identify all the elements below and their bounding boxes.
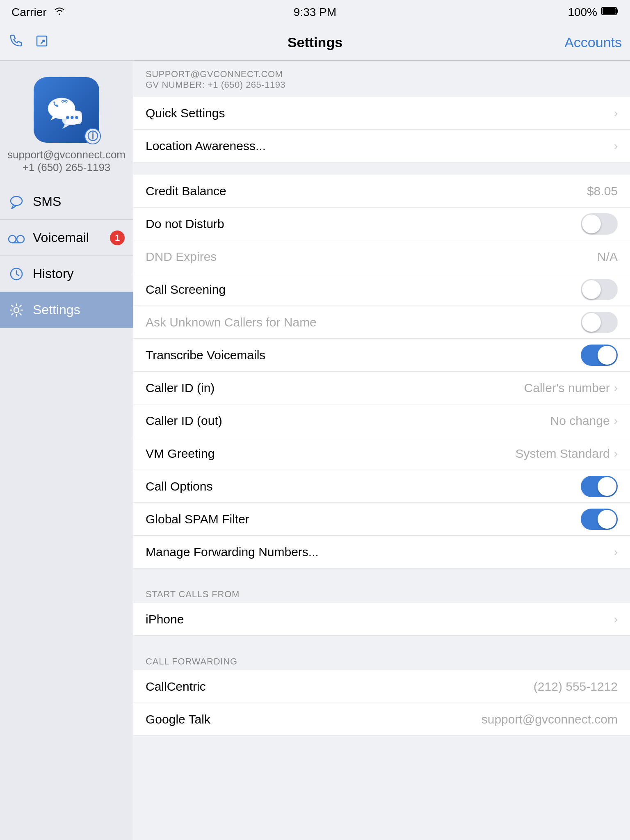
callcentric-value: (212) 555-1212 xyxy=(534,680,618,694)
callcentric-row: CallCentric (212) 555-1212 xyxy=(133,670,630,703)
google-talk-row: Google Talk support@gvconnect.com xyxy=(133,703,630,736)
divider-2 xyxy=(133,568,630,581)
account-phone: +1 (650) 265-1193 xyxy=(23,161,111,174)
ask-unknown-knob xyxy=(582,313,601,332)
battery-label: 100% xyxy=(568,6,597,19)
credit-balance-value: $8.05 xyxy=(587,184,618,198)
svg-point-8 xyxy=(75,116,78,119)
transcribe-voicemails-toggle[interactable] xyxy=(581,345,618,366)
manage-forwarding-value: › xyxy=(614,546,618,559)
caller-id-out-chevron: › xyxy=(614,414,618,427)
sidebar-item-voicemail[interactable]: Voicemail 1 xyxy=(0,220,133,256)
start-calls-header: START CALLS FROM xyxy=(133,581,630,603)
transcribe-voicemails-row[interactable]: Transcribe Voicemails xyxy=(133,339,630,372)
dnd-expires-value: N/A xyxy=(597,250,618,264)
global-spam-row[interactable]: Global SPAM Filter xyxy=(133,503,630,536)
account-section: ⓘ support@gvconnect.com +1 (650) 265-119… xyxy=(0,61,133,184)
account-info-section: SUPPORT@GVCONNECT.COM GV NUMBER: +1 (650… xyxy=(133,61,630,97)
global-spam-knob xyxy=(598,510,616,529)
wifi-icon xyxy=(53,6,66,19)
divider-3 xyxy=(133,636,630,648)
caller-id-in-label: Caller ID (in) xyxy=(146,381,215,395)
svg-point-10 xyxy=(9,235,16,243)
global-spam-label: Global SPAM Filter xyxy=(146,512,249,526)
quick-settings-value: › xyxy=(614,107,618,120)
iphone-row[interactable]: iPhone › xyxy=(133,603,630,636)
iphone-label: iPhone xyxy=(146,612,184,626)
do-not-disturb-label: Do not Disturb xyxy=(146,217,224,231)
account-info-gv: GV NUMBER: +1 (650) 265-1193 xyxy=(146,80,618,90)
settings-icon xyxy=(8,302,25,318)
ask-unknown-row[interactable]: Ask Unknown Callers for Name xyxy=(133,306,630,339)
manage-forwarding-chevron: › xyxy=(614,546,618,559)
voicemail-label: Voicemail xyxy=(33,230,89,245)
accounts-button[interactable]: Accounts xyxy=(497,34,630,50)
ask-unknown-toggle[interactable] xyxy=(581,312,618,333)
info-badge[interactable]: ⓘ xyxy=(84,128,101,144)
start-calls-group: iPhone › xyxy=(133,603,630,636)
ask-unknown-label: Ask Unknown Callers for Name xyxy=(146,315,317,329)
do-not-disturb-knob xyxy=(582,215,601,233)
sms-icon xyxy=(8,194,25,209)
svg-point-7 xyxy=(71,116,73,119)
credit-balance-row: Credit Balance $8.05 xyxy=(133,175,630,208)
svg-rect-3 xyxy=(37,36,47,46)
voicemail-badge: 1 xyxy=(110,231,125,245)
sidebar-item-settings[interactable]: Settings xyxy=(0,292,133,328)
call-screening-label: Call Screening xyxy=(146,283,226,297)
google-talk-value: support@gvconnect.com xyxy=(482,712,618,726)
phone-icon[interactable] xyxy=(8,33,24,52)
sidebar-item-history[interactable]: History xyxy=(0,256,133,292)
caller-id-out-row[interactable]: Caller ID (out) No change › xyxy=(133,404,630,437)
global-spam-toggle[interactable] xyxy=(581,509,618,530)
svg-rect-1 xyxy=(616,9,618,13)
vm-greeting-row[interactable]: VM Greeting System Standard › xyxy=(133,437,630,470)
svg-point-11 xyxy=(17,235,24,243)
svg-point-6 xyxy=(66,116,69,119)
history-label: History xyxy=(33,266,74,281)
compose-icon[interactable] xyxy=(35,34,50,51)
call-screening-knob xyxy=(582,280,601,299)
sidebar: ⓘ support@gvconnect.com +1 (650) 265-119… xyxy=(0,61,133,840)
call-options-label: Call Options xyxy=(146,479,212,493)
dnd-expires-row: DND Expires N/A xyxy=(133,240,630,273)
call-screening-toggle[interactable] xyxy=(581,279,618,300)
app-icon-wrapper: ⓘ xyxy=(34,77,99,143)
page-title: Settings xyxy=(288,34,342,50)
caller-id-out-value: No change › xyxy=(550,414,618,428)
voicemail-icon xyxy=(8,232,25,244)
quick-settings-chevron: › xyxy=(614,107,618,120)
status-bar-right: 100% xyxy=(568,6,619,19)
sms-label: SMS xyxy=(33,194,61,209)
sidebar-item-sms[interactable]: SMS xyxy=(0,184,133,220)
manage-forwarding-row[interactable]: Manage Forwarding Numbers... › xyxy=(133,536,630,568)
vm-greeting-value: System Standard › xyxy=(516,447,618,461)
caller-id-out-label: Caller ID (out) xyxy=(146,414,222,428)
transcribe-voicemails-knob xyxy=(598,346,616,365)
call-screening-row[interactable]: Call Screening xyxy=(133,273,630,306)
iphone-chevron: › xyxy=(614,613,618,626)
status-bar-time: 9:33 PM xyxy=(294,6,336,19)
call-options-row[interactable]: Call Options xyxy=(133,470,630,503)
account-email: support@gvconnect.com xyxy=(7,148,126,161)
svg-rect-2 xyxy=(603,8,616,14)
settings-group-2: Credit Balance $8.05 Do not Disturb DND … xyxy=(133,175,630,568)
transcribe-voicemails-label: Transcribe Voicemails xyxy=(146,348,265,362)
status-bar-left: Carrier xyxy=(11,6,66,19)
location-awareness-value: › xyxy=(614,139,618,153)
battery-icon xyxy=(601,6,619,19)
nav-bar-left: Accounts xyxy=(0,33,133,52)
settings-group-1: Quick Settings › Location Awareness... › xyxy=(133,97,630,162)
do-not-disturb-toggle[interactable] xyxy=(581,213,618,235)
call-forwarding-header: CALL FORWARDING xyxy=(133,648,630,670)
callcentric-label: CallCentric xyxy=(146,680,206,694)
location-awareness-row[interactable]: Location Awareness... › xyxy=(133,130,630,162)
quick-settings-row[interactable]: Quick Settings › xyxy=(133,97,630,130)
caller-id-in-row[interactable]: Caller ID (in) Caller's number › xyxy=(133,372,630,404)
svg-point-14 xyxy=(14,308,19,313)
iphone-value: › xyxy=(614,613,618,626)
credit-balance-label: Credit Balance xyxy=(146,184,226,198)
call-forwarding-section: CALL FORWARDING CallCentric (212) 555-12… xyxy=(133,648,630,736)
do-not-disturb-row[interactable]: Do not Disturb xyxy=(133,208,630,240)
call-options-toggle[interactable] xyxy=(581,476,618,497)
